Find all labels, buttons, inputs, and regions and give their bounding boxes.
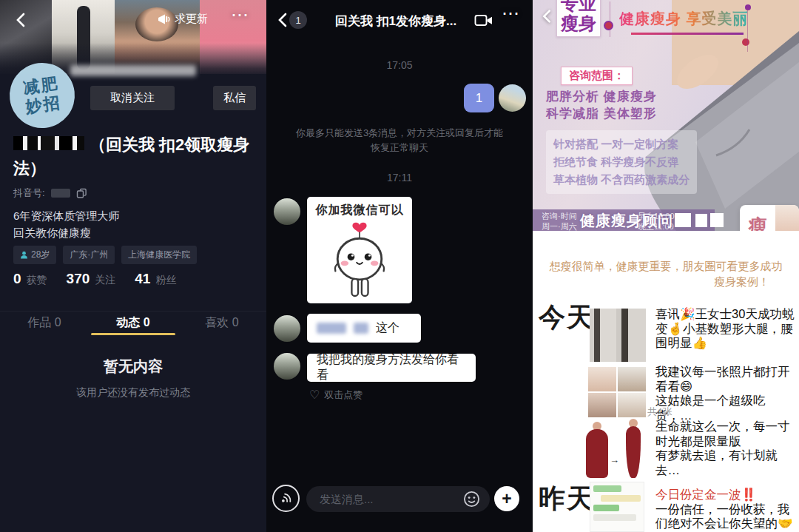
day-label-yesterday: 昨天 bbox=[539, 481, 595, 517]
arrow-icon: → bbox=[610, 454, 619, 465]
empty-state-subtitle: 该用户还没有发布过动态 bbox=[0, 386, 266, 400]
private-message-button[interactable]: 私信 bbox=[213, 86, 256, 110]
voice-message-button[interactable] bbox=[272, 485, 300, 512]
cartoon-figure bbox=[626, 426, 641, 478]
avatar[interactable] bbox=[499, 84, 526, 112]
censored-id bbox=[51, 189, 70, 198]
stat-following[interactable]: 370关注 bbox=[67, 271, 116, 287]
brand-logo-photo bbox=[775, 205, 799, 231]
stat-followers[interactable]: 41粉丝 bbox=[135, 271, 176, 287]
system-notice-line: 你最多只能发送3条消息，对方关注或回复后才能 bbox=[281, 126, 518, 141]
sticker-caption: 你加我微信可以 bbox=[307, 203, 412, 218]
feed-receipt-thumbnail[interactable] bbox=[590, 482, 644, 532]
person-icon bbox=[20, 251, 28, 259]
tab-likes[interactable]: 喜欢 0 bbox=[178, 312, 266, 334]
stat-label: 粉丝 bbox=[155, 274, 176, 287]
avatar[interactable] bbox=[274, 353, 300, 380]
receipt-row bbox=[593, 485, 621, 492]
avatar[interactable] bbox=[274, 198, 300, 225]
censored-text bbox=[354, 323, 368, 334]
feed-item-text: 今日份定金一波‼️ 一份信任，一份收获，我们绝对不会让你失望的🤝 bbox=[655, 488, 798, 531]
feed-item-line: 这姑娘是一个超级吃货，… bbox=[655, 394, 798, 422]
feed-item-text: 喜讯🎉王女士30天成功蜕变🤞小基数塑形大腿，腰围明显👍 bbox=[655, 307, 798, 351]
douyin-profile-panel: 求更新 ⋯ 减肥 妙招 取消关注 私信 （回关我 扣2领取瘦身法） 抖音号: 6… bbox=[0, 0, 266, 532]
scope-line: 肥胖分析 健康瘦身 bbox=[546, 88, 657, 105]
active-tab-underline bbox=[91, 333, 175, 335]
cartoon-figure bbox=[586, 429, 608, 478]
sound-wave-icon bbox=[279, 491, 294, 506]
feed-cartoon-thumbnail[interactable]: → bbox=[583, 419, 648, 481]
watermark-line: 妙招 bbox=[24, 93, 62, 117]
back-icon[interactable] bbox=[539, 7, 556, 25]
sticker-character bbox=[324, 219, 395, 302]
stat-likes: 0获赞 bbox=[13, 271, 47, 287]
deco-dot bbox=[742, 38, 749, 46]
video-call-icon[interactable] bbox=[474, 13, 493, 29]
bio-line: 回关教你健康瘦 bbox=[13, 226, 91, 240]
received-message-bubble: 这个 bbox=[307, 314, 421, 343]
chat-title: 回关我 扣1发你瘦身... bbox=[318, 13, 473, 30]
headline-underline bbox=[631, 33, 744, 35]
tab-dynamics[interactable]: 动态 0 bbox=[89, 312, 178, 334]
feed-item-line: 我建议每一张照片都打开看看😄 bbox=[655, 365, 798, 394]
schedule-col: 咨询·时间 周一·周六 bbox=[542, 211, 577, 231]
grid-photo bbox=[618, 393, 646, 417]
feed-item-text: 我建议每一张照片都打开看看😄 这姑娘是一个超级吃货，… bbox=[655, 365, 798, 422]
receipt-row bbox=[593, 505, 619, 511]
grid-photo bbox=[588, 367, 616, 391]
avatar[interactable] bbox=[274, 315, 300, 342]
tag-label: 28岁 bbox=[31, 249, 50, 261]
tag-age: 28岁 bbox=[13, 246, 56, 264]
copy-icon[interactable] bbox=[76, 188, 87, 199]
more-icon[interactable]: ⋯ bbox=[502, 6, 520, 21]
message-text: 我把我的瘦身方法发给你看看 bbox=[317, 352, 466, 383]
unfollow-button[interactable]: 取消关注 bbox=[90, 86, 175, 110]
more-icon[interactable]: ⋯ bbox=[231, 7, 249, 22]
grid-photo bbox=[588, 393, 616, 417]
feature-line: 草本植物 不含西药激素成分 bbox=[553, 171, 690, 189]
tag-school: 上海健康医学院 bbox=[121, 246, 197, 264]
plus-icon: + bbox=[502, 491, 511, 508]
grid-photo bbox=[618, 367, 646, 391]
photo-count-label: 共4张 bbox=[647, 405, 672, 419]
double-tap-like-hint: ♡ 双击点赞 bbox=[309, 388, 363, 402]
douyin-id-row: 抖音号: bbox=[13, 186, 87, 200]
screenshot-composite: 求更新 ⋯ 减肥 妙招 取消关注 私信 （回关我 扣2领取瘦身法） 抖音号: 6… bbox=[0, 0, 799, 532]
emoji-icon[interactable] bbox=[463, 491, 480, 508]
feed-photo-thumbnail[interactable] bbox=[590, 309, 646, 362]
heart-outline-icon: ♡ bbox=[309, 388, 320, 402]
plus-button[interactable]: + bbox=[494, 486, 519, 511]
brand-logo-card: 瘦 bbox=[740, 205, 799, 231]
back-icon[interactable] bbox=[12, 10, 31, 30]
wechat-moments-panel: 专业 瘦身 健康瘦身 享受美丽 咨询范围： 肥胖分析 健康瘦身 科学减脂 美体塑… bbox=[533, 0, 799, 532]
tag-label: 上海健康医学院 bbox=[128, 249, 190, 261]
message-text: 这个 bbox=[376, 320, 400, 336]
receipt-row bbox=[593, 514, 636, 521]
deco-line bbox=[747, 6, 748, 52]
feed-item-line: 一份信任，一份收获，我们绝对不会让你失望的🤝 bbox=[655, 502, 798, 531]
feed-item-text: 生命就这么一次，每一寸时光都是限量版 有梦就去追，有计划就去… bbox=[655, 420, 798, 477]
stat-value: 41 bbox=[135, 271, 150, 287]
tag-location: 广东·广州 bbox=[63, 246, 115, 264]
profile-tabs: 作品 0 动态 0 喜欢 0 bbox=[0, 311, 266, 334]
scope-line: 科学减脂 美体塑形 bbox=[546, 105, 657, 122]
censored-text bbox=[695, 214, 707, 227]
request-update-button[interactable]: 求更新 bbox=[157, 12, 208, 26]
brand-logo: 瘦 bbox=[740, 205, 775, 231]
feed-photo-grid-thumbnail[interactable] bbox=[588, 367, 646, 417]
censored-text bbox=[70, 65, 196, 76]
stat-label: 关注 bbox=[95, 274, 115, 287]
request-update-label: 求更新 bbox=[175, 12, 208, 26]
promo-headline: 健康瘦身 享受美丽 bbox=[619, 9, 749, 29]
schedule-text: 咨询·时间 bbox=[542, 211, 577, 221]
feature-line: 拒绝节食 科学瘦身不反弹 bbox=[553, 153, 690, 171]
censored-text bbox=[710, 213, 724, 227]
feed-item-line: 有梦就去追，有计划就去… bbox=[655, 448, 798, 477]
tab-works[interactable]: 作品 0 bbox=[0, 312, 89, 334]
scope-label: 咨询范围： bbox=[561, 67, 633, 85]
bio-line: 6年资深体质管理大师 bbox=[13, 209, 119, 223]
message-input[interactable] bbox=[306, 486, 490, 512]
like-hint-label: 双击点赞 bbox=[324, 388, 363, 402]
douyin-id-label: 抖音号: bbox=[13, 186, 45, 200]
stat-value: 370 bbox=[67, 271, 90, 287]
